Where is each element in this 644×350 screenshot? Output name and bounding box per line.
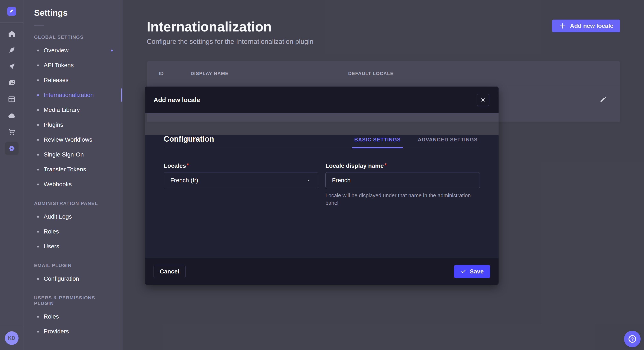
locales-label: Locales*: [164, 163, 318, 169]
modal-footer: Cancel Save: [145, 258, 498, 285]
configuration-title: Configuration: [164, 135, 214, 144]
locales-select-value: French (fr): [170, 177, 198, 184]
display-name-field: Locale display name* Locale will be disp…: [326, 163, 480, 207]
check-icon: [460, 269, 466, 275]
tab-basic-settings[interactable]: BASIC SETTINGS: [352, 137, 403, 148]
settings-tabs: BASIC SETTINGS ADVANCED SETTINGS: [352, 137, 480, 148]
configuration-header: Configuration BASIC SETTINGS ADVANCED SE…: [164, 135, 480, 148]
chevron-down-icon: [306, 177, 312, 183]
close-modal-button[interactable]: [477, 94, 489, 106]
cancel-button[interactable]: Cancel: [154, 265, 186, 278]
close-icon: [480, 97, 486, 103]
modal-title: Add new locale: [154, 96, 200, 104]
locales-field: Locales* French (fr): [164, 163, 318, 207]
tab-advanced-settings[interactable]: ADVANCED SETTINGS: [416, 137, 480, 148]
modal-header: Add new locale: [145, 87, 498, 113]
modal-body: Configuration BASIC SETTINGS ADVANCED SE…: [145, 135, 498, 258]
add-locale-modal: Add new locale Configuration BASIC SETTI…: [145, 87, 498, 285]
locale-form: Locales* French (fr) Locale display name…: [164, 163, 480, 207]
display-name-label: Locale display name*: [326, 163, 480, 169]
required-asterisk: *: [384, 162, 387, 169]
locales-select[interactable]: French (fr): [164, 172, 318, 188]
save-button[interactable]: Save: [454, 265, 490, 278]
display-name-input[interactable]: [326, 172, 480, 188]
save-button-label: Save: [470, 268, 484, 275]
display-name-hint: Locale will be displayed under that name…: [326, 192, 480, 207]
required-asterisk: *: [186, 162, 189, 169]
